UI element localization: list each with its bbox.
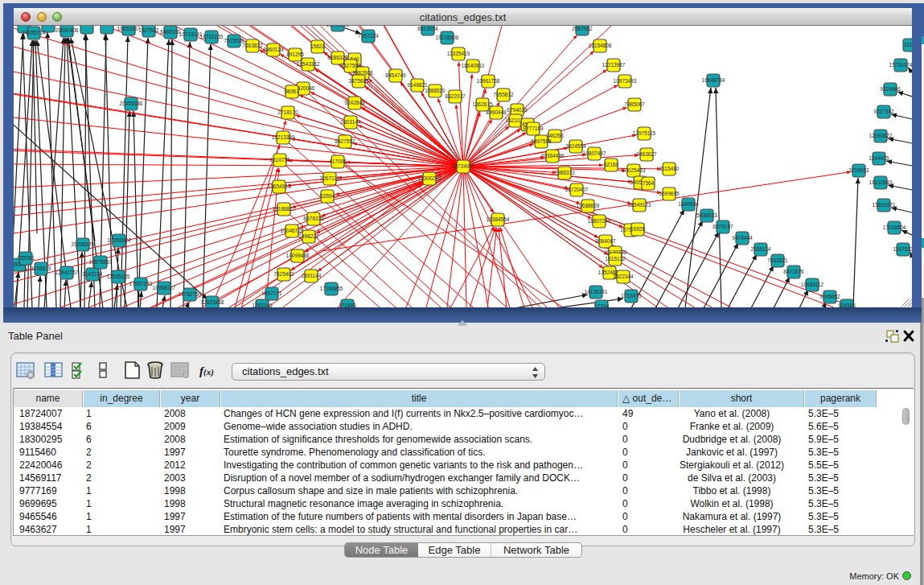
svg-text:3624554: 3624554 [565, 143, 586, 149]
svg-text:5938923: 5938923 [696, 212, 717, 218]
svg-text:7625402: 7625402 [273, 271, 294, 277]
svg-text:16543362: 16543362 [297, 61, 320, 67]
svg-text:12093822: 12093822 [869, 133, 893, 138]
svg-text:9084067: 9084067 [595, 238, 616, 244]
svg-text:10975867: 10975867 [89, 259, 113, 265]
svg-text:17353924: 17353924 [108, 237, 131, 243]
svg-text:171648: 171648 [339, 303, 356, 307]
svg-text:16713155: 16713155 [200, 34, 224, 39]
svg-text:20691406: 20691406 [55, 27, 79, 33]
svg-text:1640954: 1640954 [678, 201, 699, 207]
svg-text:8990448: 8990448 [486, 109, 507, 115]
svg-text:7485067: 7485067 [624, 101, 645, 107]
svg-text:2087682: 2087682 [572, 26, 593, 31]
svg-text:10654112: 10654112 [801, 282, 824, 287]
svg-text:1156819: 1156819 [31, 266, 51, 271]
svg-text:8471676: 8471676 [783, 269, 804, 274]
svg-text:924565: 924565 [838, 303, 856, 307]
svg-text:1244415: 1244415 [869, 155, 889, 161]
svg-text:9457771: 9457771 [261, 290, 282, 296]
svg-text:17164855: 17164855 [320, 286, 343, 291]
svg-text:16549123: 16549123 [628, 202, 651, 208]
svg-text:9463627: 9463627 [636, 151, 657, 157]
svg-text:9146821: 9146821 [407, 82, 428, 88]
svg-text:1498222: 1498222 [298, 233, 319, 239]
svg-text:19384554: 19384554 [487, 216, 510, 222]
svg-text:9777169: 9777169 [523, 126, 544, 131]
svg-text:12213389: 12213389 [272, 134, 295, 140]
svg-text:7955812: 7955812 [493, 92, 514, 97]
svg-text:1362615: 1362615 [472, 101, 493, 107]
svg-text:15822: 15822 [310, 43, 325, 49]
svg-text:9245652: 9245652 [819, 294, 840, 299]
svg-text:3267110: 3267110 [320, 175, 340, 181]
svg-text:2803144: 2803144 [340, 119, 361, 125]
svg-text:7515526: 7515526 [224, 38, 244, 43]
svg-text:14136141: 14136141 [585, 289, 608, 295]
svg-text:8454749: 8454749 [385, 72, 406, 78]
svg-text:417006: 417006 [329, 159, 347, 164]
svg-text:17016504: 17016504 [883, 225, 906, 230]
svg-text:7564: 7564 [643, 180, 655, 186]
svg-text:17957253: 17957253 [129, 281, 153, 286]
svg-text:7663822: 7663822 [242, 43, 263, 48]
svg-text:8960124: 8960124 [263, 47, 284, 52]
svg-text:10973493: 10973493 [614, 78, 637, 84]
svg-text:16782759: 16782759 [179, 291, 202, 297]
svg-text:10046728: 10046728 [281, 228, 304, 233]
svg-text:7357224: 7357224 [358, 33, 379, 39]
svg-text:98961: 98961 [285, 89, 299, 94]
svg-text:1610755: 1610755 [269, 157, 290, 163]
svg-text:9329966: 9329966 [880, 86, 901, 92]
svg-text:2935114: 2935114 [751, 246, 771, 252]
svg-text:20206576: 20206576 [72, 241, 95, 247]
svg-text:10688609: 10688609 [577, 203, 600, 208]
svg-text:746266: 746266 [546, 133, 564, 138]
svg-text:24055714: 24055714 [23, 30, 46, 35]
svg-text:12213967: 12213967 [602, 62, 626, 68]
svg-text:18724007: 18724007 [452, 163, 475, 169]
svg-text:1167533: 1167533 [893, 246, 912, 252]
svg-text:12505135: 12505135 [107, 274, 130, 279]
svg-text:f(x): f(x) [199, 365, 214, 377]
svg-text:10961758: 10961758 [477, 78, 500, 84]
svg-text:6466100: 6466100 [160, 29, 181, 35]
svg-text:7632621: 7632621 [767, 257, 788, 263]
svg-text:9227342: 9227342 [873, 109, 894, 114]
svg-text:16648784: 16648784 [702, 77, 725, 83]
svg-text:16210643: 16210643 [869, 179, 893, 185]
svg-text:15720407: 15720407 [565, 187, 589, 192]
svg-text:10807487: 10807487 [583, 150, 606, 156]
svg-text:2718170: 2718170 [277, 109, 298, 115]
svg-text:9699695: 9699695 [659, 191, 680, 196]
svg-text:8427552: 8427552 [335, 138, 355, 144]
svg-text:14099488: 14099488 [286, 253, 310, 258]
svg-text:10719141: 10719141 [179, 31, 203, 37]
svg-text:10025453: 10025453 [622, 167, 646, 173]
svg-text:16033809: 16033809 [326, 26, 350, 27]
svg-text:1691144: 1691144 [302, 273, 322, 278]
svg-text:15751074: 15751074 [889, 62, 912, 68]
svg-text:18300295: 18300295 [418, 175, 441, 181]
svg-text:1143194: 1143194 [83, 271, 103, 277]
svg-text:8322037: 8322037 [445, 93, 466, 99]
svg-text:1615132: 1615132 [605, 256, 626, 262]
svg-text:735081: 735081 [17, 255, 35, 261]
svg-text:3875685: 3875685 [348, 78, 369, 84]
svg-text:19654913: 19654913 [268, 183, 291, 189]
svg-text:9115460: 9115460 [659, 166, 680, 171]
svg-text:15692971: 15692971 [873, 202, 896, 208]
svg-text:62160: 62160 [604, 162, 618, 167]
svg-text:11325419: 11325419 [447, 51, 470, 56]
svg-text:16928: 16928 [630, 226, 645, 232]
svg-text:12975115: 12975115 [633, 130, 656, 136]
svg-text:10653267: 10653267 [117, 26, 141, 31]
svg-text:16154808: 16154808 [589, 43, 612, 48]
svg-text:9474444: 9474444 [732, 235, 753, 241]
svg-text:1112: 1112 [904, 42, 912, 47]
svg-text:12923468: 12923468 [201, 299, 224, 305]
svg-text:1733475: 1733475 [621, 293, 642, 299]
svg-text:20364436: 20364436 [541, 153, 565, 159]
svg-text:18807249: 18807249 [588, 218, 611, 224]
svg-text:2522344: 2522344 [613, 274, 634, 279]
